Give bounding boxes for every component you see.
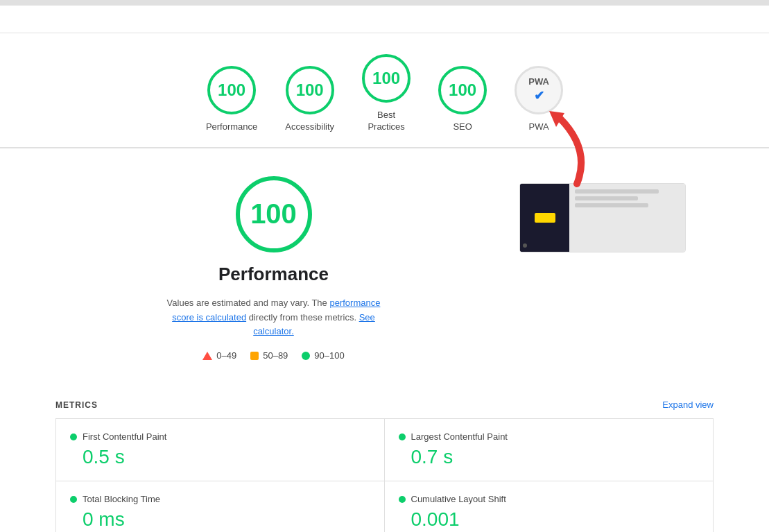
scores-section: 100 Performance 100 Accessibility 100 Be… [0, 33, 769, 147]
score-item-accessibility[interactable]: 100 Accessibility [285, 66, 334, 133]
range-item-green: 90–100 [302, 350, 344, 361]
screenshot-light-part [569, 184, 685, 252]
range-item-red: 0–49 [202, 350, 236, 361]
big-score-container: 100 Performance Values are estimated and… [55, 162, 492, 375]
right-panel [519, 162, 714, 375]
score-item-pwa[interactable]: PWA ✔ PWA [515, 66, 563, 133]
metric-value-lcp: 0.7 s [399, 446, 700, 468]
score-item-best-practices[interactable]: 100 BestPractices [362, 54, 411, 133]
metric-dot-cls [399, 496, 406, 503]
range-triangle-red-icon [202, 352, 212, 360]
score-label-seo: SEO [453, 121, 472, 133]
score-circle-accessibility: 100 [286, 66, 334, 114]
section-performance-title: Performance [218, 264, 329, 285]
yellow-logo-box [535, 213, 555, 223]
metric-value-fcp: 0.5 s [70, 446, 370, 468]
metrics-header: METRICS Expand view [55, 388, 714, 419]
score-item-performance[interactable]: 100 Performance [206, 66, 257, 133]
metric-item-cls: Cumulative Layout Shift 0.001 [385, 481, 714, 532]
metric-name-row-tbt: Total Blocking Time [70, 494, 370, 504]
score-circle-performance: 100 [207, 66, 256, 114]
score-label-best-practices: BestPractices [368, 110, 404, 133]
red-arrow-icon [535, 108, 598, 191]
expand-view-button[interactable]: Expand view [662, 400, 714, 410]
metric-name-tbt: Total Blocking Time [83, 494, 160, 504]
header-nav [0, 6, 769, 33]
metrics-section: METRICS Expand view First Contentful Pai… [0, 388, 769, 532]
top-bar [0, 0, 769, 6]
range-label-orange: 50–89 [263, 350, 288, 361]
metric-name-row-fcp: First Contentful Paint [70, 431, 370, 442]
metric-dot-tbt [70, 496, 77, 503]
range-label-green: 90–100 [314, 350, 344, 361]
range-label-red: 0–49 [216, 350, 236, 361]
pwa-checkmark-icon: ✔ [534, 88, 544, 103]
arrow-annotation [535, 108, 598, 194]
score-circle-seo: 100 [438, 66, 487, 114]
main-content: 100 Performance Values are estimated and… [0, 148, 769, 388]
screenshot-dark-part [520, 184, 569, 252]
screenshot-inner [520, 184, 685, 252]
metric-dot-lcp [399, 434, 406, 440]
metric-dot-fcp [70, 434, 77, 440]
range-legend: 0–49 50–89 90–100 [202, 350, 344, 361]
score-label-performance: Performance [206, 121, 257, 133]
score-circle-best-practices: 100 [362, 54, 411, 103]
metric-item-tbt: Total Blocking Time 0 ms [56, 481, 385, 532]
metric-name-lcp: Largest Contentful Paint [411, 431, 508, 442]
range-item-orange: 50–89 [250, 350, 288, 361]
metric-value-cls: 0.001 [399, 508, 700, 531]
metric-item-lcp: Largest Contentful Paint 0.7 s [385, 419, 714, 481]
score-label-accessibility: Accessibility [285, 121, 334, 133]
big-score-circle: 100 [236, 176, 312, 252]
left-panel: 100 Performance Values are estimated and… [55, 162, 492, 375]
score-description: Values are estimated and may vary. The p… [156, 296, 392, 339]
score-item-seo[interactable]: 100 SEO [438, 66, 487, 133]
metric-name-fcp: First Contentful Paint [83, 431, 166, 442]
metric-name-row-lcp: Largest Contentful Paint [399, 431, 700, 442]
scores-row-wrapper: 100 Performance 100 Accessibility 100 Be… [0, 33, 769, 148]
range-square-orange-icon [250, 352, 259, 360]
metric-value-tbt: 0 ms [70, 508, 370, 531]
metrics-title: METRICS [55, 400, 98, 410]
metric-name-row-cls: Cumulative Layout Shift [399, 494, 700, 504]
dot-indicator-icon [523, 243, 527, 248]
metrics-grid: First Contentful Paint 0.5 s Largest Con… [55, 419, 714, 532]
metric-name-cls: Cumulative Layout Shift [411, 494, 506, 504]
metric-item-fcp: First Contentful Paint 0.5 s [56, 419, 385, 481]
range-circle-green-icon [302, 352, 310, 360]
